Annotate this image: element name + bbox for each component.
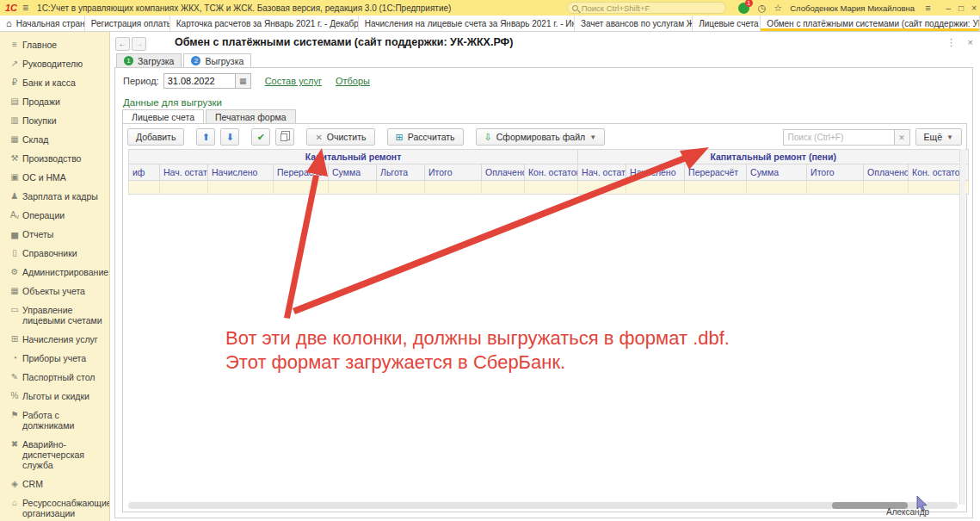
empty-row-cell[interactable] — [578, 181, 626, 195]
column-header[interactable]: Кон. остаток — [525, 164, 578, 181]
sidebar-item-payroll-hr[interactable]: ♟Зарплата и кадры — [0, 187, 109, 206]
sidebar-item-purchases[interactable]: ▥Покупки — [0, 111, 109, 130]
sidebar-item-benefits-discounts[interactable]: %Льготы и скидки — [0, 387, 109, 406]
fill-button[interactable]: ✔ — [251, 128, 270, 146]
column-header[interactable]: Нач. остаток — [160, 164, 208, 181]
sidebar-item-reports[interactable]: ▅Отчеты — [0, 225, 109, 244]
column-header[interactable]: Оплачено — [482, 164, 525, 181]
period-input[interactable] — [163, 73, 236, 89]
global-search-box[interactable]: Поиск Ctrl+Shift+F — [567, 2, 726, 14]
restore-button[interactable]: □ — [958, 3, 964, 13]
sidebar-item-fixed-assets[interactable]: ▣ОС и НМА — [0, 168, 109, 187]
empty-row-cell[interactable] — [747, 181, 807, 195]
column-header[interactable]: Начислено — [626, 164, 685, 181]
inner-tab-0[interactable]: Лицевые счета — [122, 109, 204, 124]
generate-file-button[interactable]: ⇩ Сформировать файл ▼ — [476, 128, 606, 146]
step-tab-load[interactable]: 1Загрузка — [116, 53, 182, 68]
column-header[interactable]: Начислено — [208, 164, 274, 181]
window-tab-3[interactable]: Начисления на лицевые счета за Январь 20… — [359, 16, 575, 31]
empty-row-cell[interactable] — [274, 181, 329, 195]
back-button[interactable]: ← — [115, 37, 130, 51]
current-user[interactable]: Слободенюк Мария Михайловна — [790, 3, 915, 13]
sidebar-item-administration[interactable]: ⚙Администрирование — [0, 263, 109, 282]
sidebar-item-passport-office[interactable]: ✎Паспортный стол — [0, 368, 109, 387]
sidebar-item-meters[interactable]: ◔Приборы учета — [0, 349, 109, 368]
services-link[interactable]: Состав услуг — [265, 76, 322, 86]
copy-button[interactable] — [275, 128, 294, 146]
empty-row-cell[interactable] — [425, 181, 482, 195]
main-menu-icon[interactable]: ≡ — [22, 2, 28, 14]
empty-row-cell[interactable] — [329, 181, 377, 195]
column-header[interactable]: Нач. остаток — [578, 164, 626, 181]
sidebar-item-manager[interactable]: ↗Руководителю — [0, 54, 109, 73]
step-tab-label: Загрузка — [138, 56, 174, 66]
sidebar-item-service-charges[interactable]: ⊞Начисления услуг — [0, 330, 109, 349]
move-down-button[interactable]: ⬇ — [220, 128, 239, 146]
window-tab-5[interactable]: Лицевые счета✕ — [693, 16, 761, 31]
sidebar-item-warehouse[interactable]: ▦Склад — [0, 130, 109, 149]
calendar-icon[interactable]: ▦ — [236, 73, 251, 89]
clear-button[interactable]: ✕ Очистить — [306, 128, 374, 146]
column-header[interactable]: Итого — [807, 164, 864, 181]
sidebar-item-sales[interactable]: ▤Продажи — [0, 92, 109, 111]
calculate-button[interactable]: ⊞ Рассчитать — [387, 128, 464, 146]
column-header[interactable]: Сумма — [329, 164, 377, 181]
column-header[interactable]: Льгота — [377, 164, 425, 181]
empty-row-cell[interactable] — [160, 181, 208, 195]
column-header[interactable]: Сумма — [747, 164, 807, 181]
sidebar-item-crm[interactable]: ◈CRM — [0, 474, 109, 493]
sidebar-item-production[interactable]: ⚒Производство — [0, 149, 109, 168]
discussions-icon[interactable]: 1 — [738, 3, 749, 14]
sidebar-item-catalogs[interactable]: ▯Справочники — [0, 244, 109, 263]
empty-row-cell[interactable] — [129, 181, 160, 195]
sidebar-item-bank-cash[interactable]: ₽Банк и касса — [0, 73, 109, 92]
sidebar-item-main[interactable]: ≡Главное — [0, 35, 109, 54]
empty-row-cell[interactable] — [864, 181, 909, 195]
sidebar-item-operations[interactable]: AᵥОперации — [0, 206, 109, 225]
accounts-panel: Добавить ⬆ ⬇ ✔ ✕ Очистить ⊞ Рассчитат — [122, 123, 967, 512]
form-close-icon[interactable]: × — [968, 37, 973, 47]
grid-search-input[interactable] — [783, 129, 895, 146]
history-icon[interactable]: ◷ — [758, 3, 767, 14]
window-tab-6[interactable]: Обмен с платёжными системами (сайт подде… — [761, 16, 980, 31]
empty-row-cell[interactable] — [208, 181, 274, 195]
add-button[interactable]: Добавить — [127, 128, 184, 146]
inner-tab-1[interactable]: Печатная форма — [206, 109, 296, 124]
move-up-button[interactable]: ⬆ — [196, 128, 215, 146]
column-header[interactable]: Оплачено — [864, 164, 909, 181]
empty-row-cell[interactable] — [482, 181, 525, 195]
forward-button[interactable]: → — [132, 37, 146, 51]
favorites-icon[interactable]: ☆ — [774, 3, 782, 14]
accounts-grid[interactable]: Капитальный ремонтКапитальный ремонт (пе… — [128, 149, 969, 195]
window-tab-1[interactable]: Регистрация оплаты✕ — [85, 16, 170, 31]
notification-badge: 1 — [745, 0, 753, 7]
sidebar-item-emergency-dispatch[interactable]: ✖Аварийно-диспетчерская служба — [0, 435, 109, 474]
filters-link[interactable]: Отборы — [336, 76, 370, 86]
minimize-button[interactable]: – — [946, 3, 952, 13]
column-header[interactable]: Перерасчет — [274, 164, 329, 181]
window-tab-4[interactable]: Зачет авансов по услугам ЖКХ✕ — [575, 16, 693, 31]
more-button[interactable]: Ещё ▼ — [915, 128, 962, 146]
empty-row-cell[interactable] — [685, 181, 747, 195]
window-tab-2[interactable]: Карточка расчетов за Январь 2021 г. - Де… — [170, 16, 359, 31]
empty-row-cell[interactable] — [377, 181, 425, 195]
column-header[interactable]: иф — [129, 164, 160, 181]
window-tab-0[interactable]: ⌂Начальная страница — [0, 16, 85, 31]
vertical-scrollbar[interactable] — [959, 149, 965, 505]
horizontal-scrollbar[interactable] — [128, 502, 958, 509]
empty-row-cell[interactable] — [525, 181, 578, 195]
form-menu-icon[interactable]: ⋮ — [946, 37, 956, 48]
sidebar-item-account-management[interactable]: ▭Управление лицевыми счетами — [0, 301, 109, 330]
sidebar-item-accounting-objects[interactable]: ▦Объекты учета — [0, 282, 109, 301]
search-clear-icon[interactable]: ✕ — [895, 129, 910, 146]
step-tab-unload[interactable]: 2Выгрузка — [183, 53, 251, 68]
empty-row-cell[interactable] — [807, 181, 864, 195]
sidebar-item-resource-orgs[interactable]: ⌂Ресурсоснабжающие организации — [0, 493, 109, 521]
empty-row-cell[interactable] — [626, 181, 685, 195]
close-button[interactable]: × — [971, 3, 977, 13]
tools-menu-icon[interactable]: ≡ — [925, 3, 930, 13]
column-header[interactable]: Итого — [425, 164, 482, 181]
column-header[interactable]: Перерасчёт — [685, 164, 747, 181]
sidebar-item-debtors[interactable]: ⚑Работа с должниками — [0, 406, 109, 435]
chevron-down-icon: ▼ — [946, 133, 953, 141]
